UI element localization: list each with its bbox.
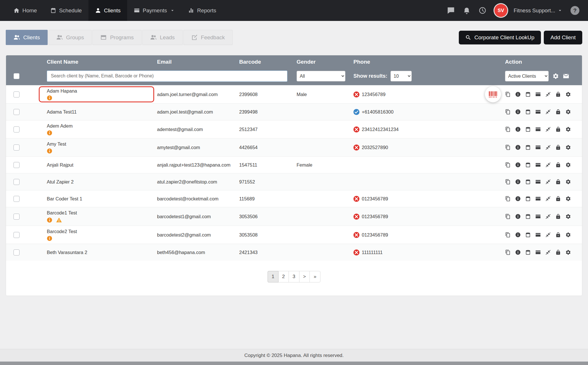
payment-action-icon[interactable] <box>535 214 541 219</box>
copy-action-icon[interactable] <box>505 196 511 202</box>
row-checkbox[interactable] <box>13 126 20 132</box>
lock-action-icon[interactable] <box>555 179 561 185</box>
info-flag-icon[interactable] <box>47 148 52 154</box>
page-button-2[interactable]: 2 <box>278 271 289 282</box>
settings-action-icon[interactable] <box>565 109 571 115</box>
page-button-3[interactable]: 3 <box>289 271 299 282</box>
settings-action-icon[interactable] <box>565 196 571 202</box>
row-checkbox[interactable] <box>13 109 20 115</box>
copy-action-icon[interactable] <box>505 232 511 238</box>
page-button-1[interactable]: 1 <box>268 271 278 282</box>
nav-reports[interactable]: Reports <box>181 0 223 21</box>
gender-filter-select[interactable]: All <box>297 71 345 81</box>
settings-action-icon[interactable] <box>565 145 571 150</box>
warning-flag-icon[interactable] <box>56 217 62 223</box>
corporate-client-lookup-button[interactable]: Corporate Client LookUp <box>459 31 541 44</box>
client-name[interactable]: Beth Varasuntara 2 <box>47 249 87 255</box>
lock-action-icon[interactable] <box>555 162 561 168</box>
merge-action-icon[interactable] <box>545 162 551 168</box>
merge-action-icon[interactable] <box>545 214 551 219</box>
email-clients-icon[interactable] <box>563 73 569 79</box>
merge-action-icon[interactable] <box>545 126 551 132</box>
calendar-action-icon[interactable] <box>525 162 531 168</box>
merge-action-icon[interactable] <box>545 249 551 255</box>
calendar-action-icon[interactable] <box>525 91 531 97</box>
lock-action-icon[interactable] <box>555 214 561 219</box>
calendar-action-icon[interactable] <box>525 214 531 219</box>
client-name[interactable]: Amy Test <box>47 141 66 147</box>
avatar[interactable]: SV <box>494 4 507 17</box>
lock-action-icon[interactable] <box>555 126 561 132</box>
client-name[interactable]: Adama Test11 <box>47 109 77 115</box>
payment-action-icon[interactable] <box>535 91 541 97</box>
row-checkbox[interactable] <box>13 249 20 255</box>
row-checkbox[interactable] <box>13 162 20 168</box>
lock-action-icon[interactable] <box>555 145 561 150</box>
nav-payments[interactable]: Payments <box>127 0 181 21</box>
lock-action-icon[interactable] <box>555 232 561 238</box>
lock-action-icon[interactable] <box>555 109 561 115</box>
merge-action-icon[interactable] <box>545 196 551 202</box>
row-checkbox[interactable] <box>13 214 20 220</box>
copy-action-icon[interactable] <box>505 109 511 115</box>
nav-clients[interactable]: Clients <box>88 0 127 21</box>
copy-action-icon[interactable] <box>505 214 511 219</box>
chat-icon[interactable] <box>447 7 455 14</box>
settings-action-icon[interactable] <box>565 232 571 238</box>
info-action-icon[interactable] <box>515 249 521 255</box>
client-name[interactable]: Adam Hapana <box>47 88 77 94</box>
payment-action-icon[interactable] <box>535 196 541 202</box>
last-page-button[interactable]: » <box>310 271 320 282</box>
nav-home[interactable]: Home <box>7 0 44 21</box>
history-icon[interactable] <box>479 7 486 14</box>
row-checkbox[interactable] <box>13 196 20 202</box>
info-action-icon[interactable] <box>515 232 521 238</box>
show-results-select[interactable]: 10 <box>390 71 412 81</box>
calendar-action-icon[interactable] <box>525 232 531 238</box>
calendar-action-icon[interactable] <box>525 109 531 115</box>
add-client-button[interactable]: Add Client <box>544 31 582 44</box>
calendar-action-icon[interactable] <box>525 249 531 255</box>
client-name[interactable]: Anjali Rajput <box>47 162 74 168</box>
calendar-action-icon[interactable] <box>525 196 531 202</box>
barcode-badge[interactable] <box>485 86 501 102</box>
copy-action-icon[interactable] <box>505 145 511 150</box>
tab-groups[interactable]: Groups <box>49 30 92 45</box>
settings-action-icon[interactable] <box>565 249 571 255</box>
payment-action-icon[interactable] <box>535 179 541 185</box>
search-input[interactable] <box>47 71 287 82</box>
payment-action-icon[interactable] <box>535 232 541 238</box>
notifications-icon[interactable] <box>463 7 471 14</box>
next-page-button[interactable]: > <box>299 271 310 282</box>
info-action-icon[interactable] <box>515 196 521 202</box>
calendar-action-icon[interactable] <box>525 126 531 132</box>
info-action-icon[interactable] <box>515 162 521 168</box>
settings-action-icon[interactable] <box>565 126 571 132</box>
row-checkbox[interactable] <box>13 91 20 97</box>
nav-schedule[interactable]: Schedule <box>44 0 88 21</box>
tab-leads[interactable]: Leads <box>142 30 183 45</box>
payment-action-icon[interactable] <box>535 109 541 115</box>
calendar-action-icon[interactable] <box>525 145 531 150</box>
copy-action-icon[interactable] <box>505 179 511 185</box>
merge-action-icon[interactable] <box>545 109 551 115</box>
info-action-icon[interactable] <box>515 145 521 150</box>
merge-action-icon[interactable] <box>545 232 551 238</box>
info-action-icon[interactable] <box>515 214 521 219</box>
settings-action-icon[interactable] <box>565 91 571 97</box>
info-action-icon[interactable] <box>515 109 521 115</box>
lock-action-icon[interactable] <box>555 249 561 255</box>
copy-action-icon[interactable] <box>505 249 511 255</box>
merge-action-icon[interactable] <box>545 145 551 150</box>
lock-action-icon[interactable] <box>555 196 561 202</box>
copy-action-icon[interactable] <box>505 91 511 97</box>
row-checkbox[interactable] <box>13 145 20 151</box>
row-checkbox[interactable] <box>13 232 20 238</box>
info-action-icon[interactable] <box>515 179 521 185</box>
client-name[interactable]: Atul Zapier 2 <box>47 179 74 185</box>
tab-feedback[interactable]: Feedback <box>183 30 233 45</box>
client-status-filter-select[interactable]: Active Clients <box>505 71 549 81</box>
row-checkbox[interactable] <box>13 179 20 185</box>
payment-action-icon[interactable] <box>535 162 541 168</box>
client-name[interactable]: Bar Coder Test 1 <box>47 196 82 202</box>
